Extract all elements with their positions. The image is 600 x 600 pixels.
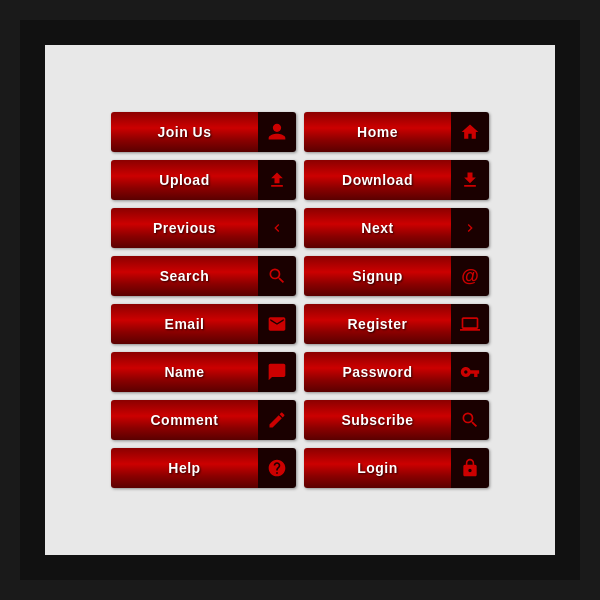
upload-icon [258,160,296,200]
subscribe-button[interactable]: Subscribe [304,400,489,440]
subscribe-icon [451,400,489,440]
comment-label: Comment [111,400,258,440]
comment-icon [258,400,296,440]
previous-button[interactable]: Previous [111,208,296,248]
inner-panel: Join UsHomeUploadDownloadPreviousNextSea… [45,45,555,555]
upload-button[interactable]: Upload [111,160,296,200]
login-icon [451,448,489,488]
download-button[interactable]: Download [304,160,489,200]
name-icon [258,352,296,392]
next-icon [451,208,489,248]
home-icon [451,112,489,152]
outer-frame: Join UsHomeUploadDownloadPreviousNextSea… [20,20,580,580]
help-icon [258,448,296,488]
search-icon [258,256,296,296]
signup-icon: @ [451,256,489,296]
comment-button[interactable]: Comment [111,400,296,440]
home-button[interactable]: Home [304,112,489,152]
button-grid: Join UsHomeUploadDownloadPreviousNextSea… [91,92,509,508]
join-us-icon [258,112,296,152]
help-button[interactable]: Help [111,448,296,488]
signup-label: Signup [304,256,451,296]
email-button[interactable]: Email [111,304,296,344]
upload-label: Upload [111,160,258,200]
help-label: Help [111,448,258,488]
join-us-button[interactable]: Join Us [111,112,296,152]
download-label: Download [304,160,451,200]
name-label: Name [111,352,258,392]
register-label: Register [304,304,451,344]
password-label: Password [304,352,451,392]
email-icon [258,304,296,344]
signup-button[interactable]: Signup@ [304,256,489,296]
search-button[interactable]: Search [111,256,296,296]
next-label: Next [304,208,451,248]
home-label: Home [304,112,451,152]
join-us-label: Join Us [111,112,258,152]
next-button[interactable]: Next [304,208,489,248]
previous-icon [258,208,296,248]
search-label: Search [111,256,258,296]
previous-label: Previous [111,208,258,248]
login-button[interactable]: Login [304,448,489,488]
register-icon [451,304,489,344]
name-button[interactable]: Name [111,352,296,392]
email-label: Email [111,304,258,344]
subscribe-label: Subscribe [304,400,451,440]
download-icon [451,160,489,200]
register-button[interactable]: Register [304,304,489,344]
password-icon [451,352,489,392]
login-label: Login [304,448,451,488]
password-button[interactable]: Password [304,352,489,392]
